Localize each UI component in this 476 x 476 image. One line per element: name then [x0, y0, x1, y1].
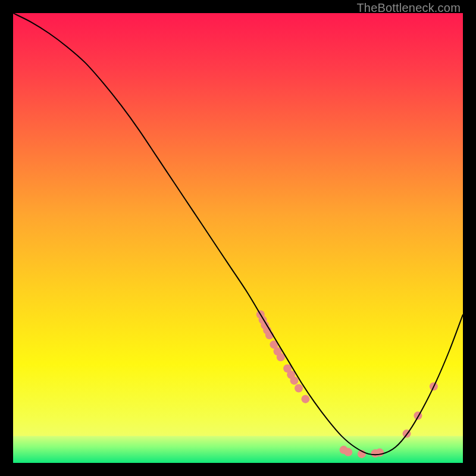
data-point	[290, 377, 299, 385]
data-point	[295, 384, 303, 393]
data-point	[375, 449, 384, 457]
bottleneck-chart	[13, 13, 463, 463]
data-point	[344, 448, 352, 456]
chart-frame	[13, 13, 463, 463]
data-point	[277, 353, 285, 361]
watermark-text: TheBottleneck.com	[356, 1, 461, 15]
gradient-background	[13, 13, 463, 463]
data-point	[301, 395, 309, 403]
optimal-band	[13, 436, 463, 463]
